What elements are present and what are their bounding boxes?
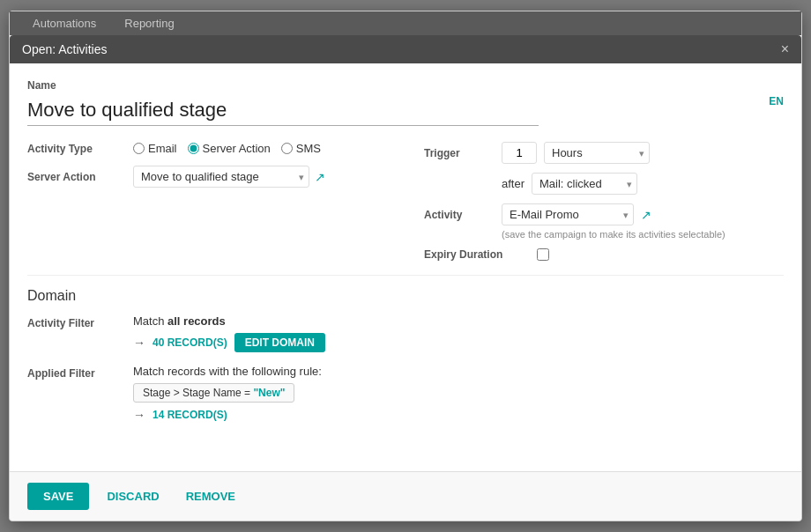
modal-title: Open: Activities	[22, 42, 108, 56]
server-action-select[interactable]: Move to qualified stage	[133, 166, 309, 188]
modal-header: Open: Activities ×	[10, 35, 801, 63]
expiry-duration-row: Expiry Duration	[424, 248, 784, 261]
activity-filter-match-text: Match all records	[133, 314, 784, 328]
activity-type-label: Activity Type	[27, 143, 133, 155]
tabs-bar: Automations Reporting	[10, 11, 801, 35]
filter-badge: Stage > Stage Name = "New"	[133, 383, 294, 403]
right-fields: Trigger Hours Minutes Days Weeks after	[415, 142, 784, 261]
language-badge: EN	[769, 95, 784, 107]
domain-title: Domain	[27, 288, 784, 304]
activity-select[interactable]: E-Mail Promo	[502, 203, 634, 225]
modal-footer: SAVE DISCARD REMOVE	[10, 471, 801, 521]
tab-automations[interactable]: Automations	[19, 11, 110, 35]
radio-sms-label: SMS	[296, 142, 321, 155]
server-action-label: Server Action	[27, 171, 133, 183]
trigger-number-input[interactable]	[502, 142, 537, 164]
name-input-wrapper: EN	[27, 95, 784, 126]
activity-filter-label: Activity Filter	[27, 314, 133, 329]
expiry-duration-checkbox[interactable]	[537, 248, 549, 261]
applied-filter-description: Match records with the following rule:	[133, 365, 784, 378]
applied-filter-records-link[interactable]: 14 RECORD(S)	[153, 409, 227, 421]
expiry-duration-label: Expiry Duration	[424, 248, 530, 261]
server-action-select-wrapper: Move to qualified stage ↗	[133, 166, 325, 188]
radio-email-label: Email	[148, 142, 177, 155]
server-action-select-container: Move to qualified stage	[133, 166, 309, 188]
trigger-row: Trigger Hours Minutes Days Weeks	[424, 142, 784, 164]
divider	[27, 275, 784, 276]
modal-dialog: Automations Reporting Open: Activities ×…	[9, 11, 802, 521]
activity-filter-content: Match all records → 40 RECORD(S) EDIT DO…	[133, 314, 784, 356]
trigger-unit-select[interactable]: Hours Minutes Days Weeks	[544, 142, 650, 164]
discard-button[interactable]: DISCARD	[98, 483, 167, 510]
after-row: after Mail: clicked Mail: opened Mail: s…	[424, 173, 784, 195]
server-action-content: Move to qualified stage ↗	[133, 166, 415, 188]
close-button[interactable]: ×	[781, 42, 789, 56]
activity-type-row: Activity Type Email Server Action SMS	[27, 142, 415, 155]
activity-label: Activity	[424, 209, 495, 221]
radio-server-action[interactable]: Server Action	[188, 142, 271, 155]
activity-filter-records-row: → 40 RECORD(S) EDIT DOMAIN	[133, 333, 784, 352]
after-select[interactable]: Mail: clicked Mail: opened Mail: sent	[532, 173, 637, 195]
filter-badge-wrapper: Stage > Stage Name = "New"	[133, 383, 784, 408]
name-input[interactable]	[27, 95, 539, 126]
applied-filter-row: Applied Filter Match records with the fo…	[27, 365, 784, 425]
radio-server-action-label: Server Action	[203, 142, 271, 155]
fields-grid: Activity Type Email Server Action SMS	[27, 142, 784, 261]
tab-reporting[interactable]: Reporting	[110, 11, 188, 35]
radio-sms-input[interactable]	[281, 143, 293, 154]
radio-email[interactable]: Email	[133, 142, 177, 155]
after-select-container: Mail: clicked Mail: opened Mail: sent	[532, 173, 637, 195]
applied-filter-arrow-icon: →	[133, 408, 145, 422]
domain-section: Domain Activity Filter Match all records…	[27, 288, 784, 425]
activity-filter-records-link[interactable]: 40 RECORD(S)	[153, 336, 227, 349]
activity-external-link-icon[interactable]: ↗	[641, 208, 651, 222]
activity-type-options: Email Server Action SMS	[133, 142, 415, 155]
activity-select-container: E-Mail Promo	[502, 203, 634, 225]
radio-server-action-input[interactable]	[188, 143, 199, 154]
applied-filter-content: Match records with the following rule: S…	[133, 365, 784, 425]
left-fields: Activity Type Email Server Action SMS	[27, 142, 415, 261]
activity-hint: (save the campaign to make its activitie…	[424, 229, 784, 240]
server-action-external-link-icon[interactable]: ↗	[315, 170, 325, 184]
radio-email-input[interactable]	[133, 143, 145, 154]
server-action-row: Server Action Move to qualified stage ↗	[27, 166, 415, 188]
applied-filter-label: Applied Filter	[27, 365, 133, 380]
activity-filter-match-bold: all records	[167, 314, 226, 328]
edit-domain-button[interactable]: EDIT DOMAIN	[234, 333, 325, 352]
filter-badge-value: "New"	[253, 387, 285, 399]
radio-sms[interactable]: SMS	[281, 142, 321, 155]
arrow-icon: →	[133, 336, 145, 350]
name-label: Name	[27, 79, 784, 92]
save-button[interactable]: SAVE	[27, 483, 89, 510]
remove-button[interactable]: REMOVE	[177, 483, 244, 510]
name-section: Name EN	[27, 79, 784, 126]
applied-filter-records-row: → 14 RECORD(S)	[133, 408, 784, 422]
activity-filter-row: Activity Filter Match all records → 40 R…	[27, 314, 784, 356]
after-label: after	[502, 177, 525, 190]
trigger-unit-container: Hours Minutes Days Weeks	[544, 142, 650, 164]
modal-body: Name EN Activity Type Email	[10, 63, 801, 471]
activity-row: Activity E-Mail Promo ↗	[424, 203, 784, 225]
trigger-label: Trigger	[424, 147, 495, 159]
